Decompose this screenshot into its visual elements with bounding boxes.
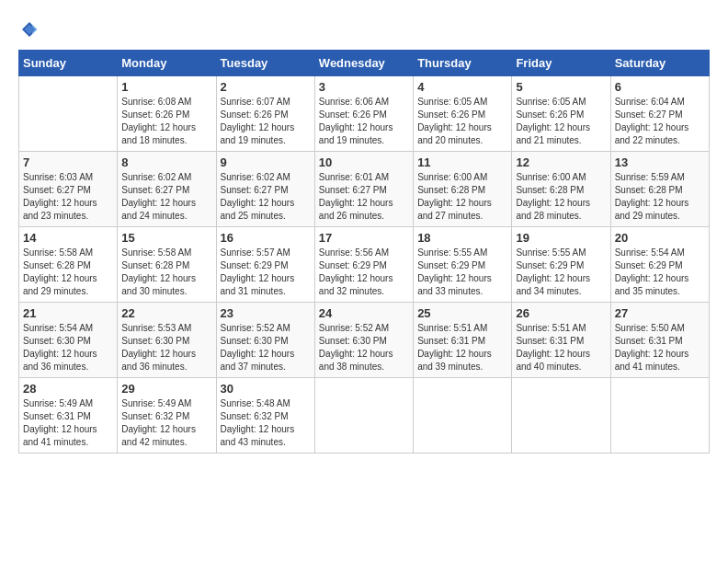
day-info: Sunrise: 5:54 AM Sunset: 6:30 PM Dayligh… <box>23 322 113 373</box>
day-number: 17 <box>319 231 409 245</box>
calendar-week-0: 1Sunrise: 6:08 AM Sunset: 6:26 PM Daylig… <box>19 76 710 152</box>
weekday-header-saturday: Saturday <box>610 51 709 76</box>
calendar-cell: 4Sunrise: 6:05 AM Sunset: 6:26 PM Daylig… <box>414 76 512 152</box>
calendar-cell: 5Sunrise: 6:05 AM Sunset: 6:26 PM Daylig… <box>512 76 610 152</box>
day-number: 19 <box>516 231 606 245</box>
day-info: Sunrise: 5:51 AM Sunset: 6:31 PM Dayligh… <box>417 322 507 373</box>
day-info: Sunrise: 5:49 AM Sunset: 6:32 PM Dayligh… <box>121 397 211 449</box>
day-number: 7 <box>23 155 113 169</box>
calendar-cell: 30Sunrise: 5:48 AM Sunset: 6:32 PM Dayli… <box>216 378 314 454</box>
day-number: 15 <box>121 231 211 245</box>
weekday-header-sunday: Sunday <box>19 51 118 76</box>
day-info: Sunrise: 6:05 AM Sunset: 6:26 PM Dayligh… <box>417 96 507 147</box>
day-info: Sunrise: 6:06 AM Sunset: 6:26 PM Dayligh… <box>319 96 409 147</box>
day-info: Sunrise: 5:57 AM Sunset: 6:29 PM Dayligh… <box>221 247 311 298</box>
day-number: 4 <box>417 80 507 94</box>
day-info: Sunrise: 5:55 AM Sunset: 6:29 PM Dayligh… <box>516 247 606 298</box>
logo-icon <box>18 18 40 40</box>
day-info: Sunrise: 5:49 AM Sunset: 6:31 PM Dayligh… <box>23 397 113 449</box>
weekday-header-wednesday: Wednesday <box>314 51 413 76</box>
calendar-cell <box>610 378 709 454</box>
weekday-header-monday: Monday <box>118 51 216 76</box>
calendar-cell: 21Sunrise: 5:54 AM Sunset: 6:30 PM Dayli… <box>19 303 118 378</box>
day-info: Sunrise: 5:50 AM Sunset: 6:31 PM Dayligh… <box>615 322 705 373</box>
calendar-cell: 27Sunrise: 5:50 AM Sunset: 6:31 PM Dayli… <box>610 303 709 378</box>
day-info: Sunrise: 5:55 AM Sunset: 6:29 PM Dayligh… <box>417 247 507 298</box>
day-info: Sunrise: 6:01 AM Sunset: 6:27 PM Dayligh… <box>319 171 409 223</box>
day-info: Sunrise: 5:58 AM Sunset: 6:28 PM Dayligh… <box>23 247 113 298</box>
day-number: 2 <box>221 80 311 94</box>
day-info: Sunrise: 6:03 AM Sunset: 6:27 PM Dayligh… <box>23 171 113 223</box>
day-number: 6 <box>615 80 705 94</box>
calendar-cell <box>512 378 610 454</box>
day-info: Sunrise: 5:58 AM Sunset: 6:28 PM Dayligh… <box>121 247 211 298</box>
day-info: Sunrise: 5:52 AM Sunset: 6:30 PM Dayligh… <box>319 322 409 373</box>
calendar-cell: 9Sunrise: 6:02 AM Sunset: 6:27 PM Daylig… <box>216 152 314 227</box>
day-number: 20 <box>615 231 705 245</box>
day-info: Sunrise: 5:54 AM Sunset: 6:29 PM Dayligh… <box>615 247 705 298</box>
calendar-cell: 13Sunrise: 5:59 AM Sunset: 6:28 PM Dayli… <box>610 152 709 227</box>
calendar-cell: 3Sunrise: 6:06 AM Sunset: 6:26 PM Daylig… <box>314 76 413 152</box>
day-info: Sunrise: 5:48 AM Sunset: 6:32 PM Dayligh… <box>221 397 311 449</box>
day-number: 18 <box>417 231 507 245</box>
weekday-header-tuesday: Tuesday <box>216 51 314 76</box>
calendar-cell: 19Sunrise: 5:55 AM Sunset: 6:29 PM Dayli… <box>512 227 610 303</box>
calendar-week-3: 21Sunrise: 5:54 AM Sunset: 6:30 PM Dayli… <box>19 303 710 378</box>
weekday-header-row: SundayMondayTuesdayWednesdayThursdayFrid… <box>19 51 710 76</box>
calendar-cell: 24Sunrise: 5:52 AM Sunset: 6:30 PM Dayli… <box>314 303 413 378</box>
day-number: 23 <box>221 306 311 320</box>
day-number: 9 <box>221 155 311 169</box>
day-number: 8 <box>121 155 211 169</box>
calendar-cell: 25Sunrise: 5:51 AM Sunset: 6:31 PM Dayli… <box>414 303 512 378</box>
calendar-week-1: 7Sunrise: 6:03 AM Sunset: 6:27 PM Daylig… <box>19 152 710 227</box>
calendar-body: 1Sunrise: 6:08 AM Sunset: 6:26 PM Daylig… <box>19 76 710 454</box>
calendar-cell: 16Sunrise: 5:57 AM Sunset: 6:29 PM Dayli… <box>216 227 314 303</box>
weekday-header-thursday: Thursday <box>414 51 512 76</box>
calendar-cell: 17Sunrise: 5:56 AM Sunset: 6:29 PM Dayli… <box>314 227 413 303</box>
calendar-cell: 11Sunrise: 6:00 AM Sunset: 6:28 PM Dayli… <box>414 152 512 227</box>
day-number: 14 <box>23 231 113 245</box>
day-number: 16 <box>221 231 311 245</box>
calendar-cell: 15Sunrise: 5:58 AM Sunset: 6:28 PM Dayli… <box>118 227 216 303</box>
calendar-cell: 28Sunrise: 5:49 AM Sunset: 6:31 PM Dayli… <box>19 378 118 454</box>
day-info: Sunrise: 6:02 AM Sunset: 6:27 PM Dayligh… <box>121 171 211 223</box>
day-info: Sunrise: 6:07 AM Sunset: 6:26 PM Dayligh… <box>221 96 311 147</box>
day-info: Sunrise: 5:51 AM Sunset: 6:31 PM Dayligh… <box>516 322 606 373</box>
day-info: Sunrise: 6:00 AM Sunset: 6:28 PM Dayligh… <box>516 171 606 223</box>
day-number: 26 <box>516 306 606 320</box>
calendar-cell: 29Sunrise: 5:49 AM Sunset: 6:32 PM Dayli… <box>118 378 216 454</box>
day-number: 22 <box>121 306 211 320</box>
day-info: Sunrise: 5:53 AM Sunset: 6:30 PM Dayligh… <box>121 322 211 373</box>
weekday-header-friday: Friday <box>512 51 610 76</box>
day-number: 5 <box>516 80 606 94</box>
calendar-cell: 14Sunrise: 5:58 AM Sunset: 6:28 PM Dayli… <box>19 227 118 303</box>
calendar-cell <box>414 378 512 454</box>
day-info: Sunrise: 6:05 AM Sunset: 6:26 PM Dayligh… <box>516 96 606 147</box>
day-number: 10 <box>319 155 409 169</box>
calendar-cell: 18Sunrise: 5:55 AM Sunset: 6:29 PM Dayli… <box>414 227 512 303</box>
day-info: Sunrise: 5:56 AM Sunset: 6:29 PM Dayligh… <box>319 247 409 298</box>
day-info: Sunrise: 5:52 AM Sunset: 6:30 PM Dayligh… <box>221 322 311 373</box>
day-number: 29 <box>121 382 211 396</box>
day-info: Sunrise: 6:04 AM Sunset: 6:27 PM Dayligh… <box>615 96 705 147</box>
calendar-cell: 12Sunrise: 6:00 AM Sunset: 6:28 PM Dayli… <box>512 152 610 227</box>
day-number: 12 <box>516 155 606 169</box>
day-number: 25 <box>417 306 507 320</box>
calendar-cell: 7Sunrise: 6:03 AM Sunset: 6:27 PM Daylig… <box>19 152 118 227</box>
day-info: Sunrise: 6:00 AM Sunset: 6:28 PM Dayligh… <box>417 171 507 223</box>
day-number: 28 <box>23 382 113 396</box>
calendar-week-2: 14Sunrise: 5:58 AM Sunset: 6:28 PM Dayli… <box>19 227 710 303</box>
calendar-cell <box>19 76 118 152</box>
day-info: Sunrise: 5:59 AM Sunset: 6:28 PM Dayligh… <box>615 171 705 223</box>
calendar-cell: 6Sunrise: 6:04 AM Sunset: 6:27 PM Daylig… <box>610 76 709 152</box>
day-number: 13 <box>615 155 705 169</box>
calendar-cell <box>314 378 413 454</box>
calendar-cell: 1Sunrise: 6:08 AM Sunset: 6:26 PM Daylig… <box>118 76 216 152</box>
calendar-cell: 22Sunrise: 5:53 AM Sunset: 6:30 PM Dayli… <box>118 303 216 378</box>
calendar-week-4: 28Sunrise: 5:49 AM Sunset: 6:31 PM Dayli… <box>19 378 710 454</box>
calendar-cell: 20Sunrise: 5:54 AM Sunset: 6:29 PM Dayli… <box>610 227 709 303</box>
day-number: 24 <box>319 306 409 320</box>
calendar-cell: 26Sunrise: 5:51 AM Sunset: 6:31 PM Dayli… <box>512 303 610 378</box>
day-number: 30 <box>221 382 311 396</box>
day-info: Sunrise: 6:08 AM Sunset: 6:26 PM Dayligh… <box>121 96 211 147</box>
